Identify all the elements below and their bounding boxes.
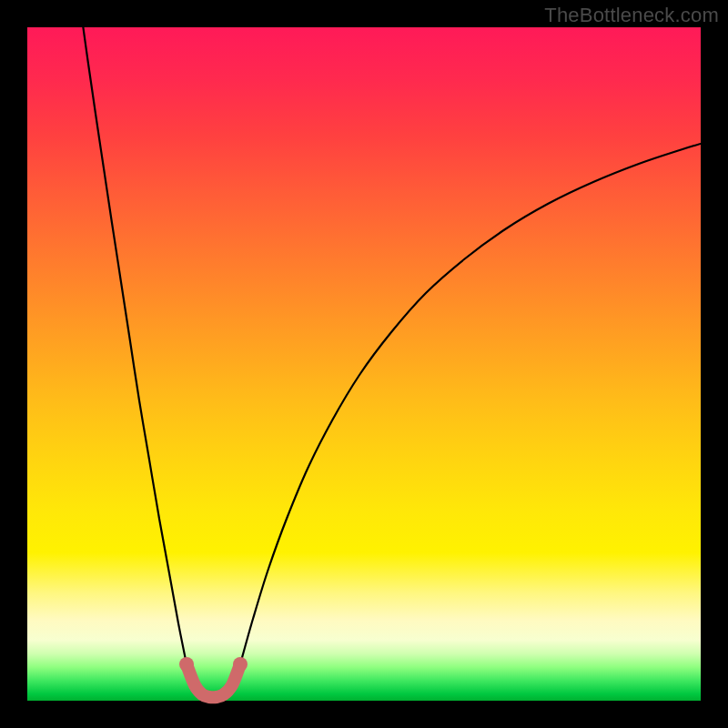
curves-svg [27,27,701,701]
chart-frame: TheBottleneck.com [0,0,728,728]
notch-cap-right [233,657,248,672]
curve-left-curve [82,18,187,664]
notch-cap-left [179,657,194,672]
watermark-text: TheBottleneck.com [544,4,719,27]
notch-curve [187,664,240,697]
curve-right-curve [240,141,710,664]
